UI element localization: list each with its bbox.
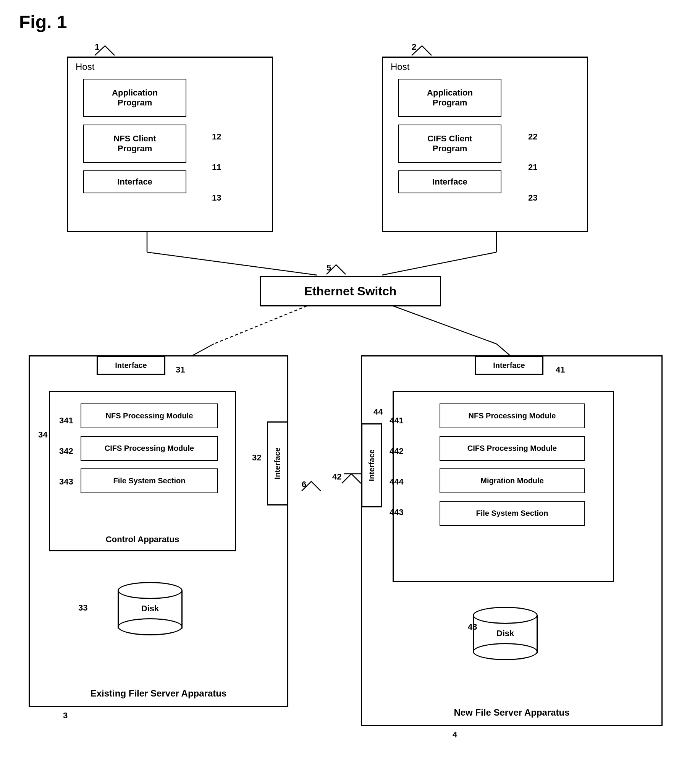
host1-client-program: NFS Client Program — [83, 125, 186, 163]
ref-341: 341 — [59, 416, 73, 426]
host2-label: Host — [391, 62, 409, 72]
host2-client-program: CIFS Client Program — [398, 125, 501, 163]
ref-32: 32 — [252, 453, 261, 463]
new-nfs-module: NFS Processing Module — [440, 403, 585, 428]
ref-2: 2 — [412, 42, 416, 52]
control-apparatus-label: Control Apparatus — [106, 535, 179, 544]
ref-34: 34 — [38, 430, 47, 440]
ref-31: 31 — [176, 365, 185, 375]
host2-app-program: Application Program — [398, 79, 501, 117]
ref-33: 33 — [78, 603, 87, 613]
new-migration-module: Migration Module — [440, 468, 585, 493]
ref-21: 21 — [528, 162, 537, 172]
host2-interface: Interface — [398, 170, 501, 193]
host1-app-program: Application Program — [83, 79, 186, 117]
ref-22: 22 — [528, 132, 537, 142]
existing-disk-label: Disk — [139, 603, 161, 614]
ref-3: 3 — [63, 711, 68, 721]
existing-filer-inner-box: NFS Processing Module CIFS Processing Mo… — [49, 391, 236, 551]
ref-5: 5 — [327, 263, 331, 273]
ref-41: 41 — [556, 365, 565, 375]
ref-23: 23 — [528, 193, 537, 203]
ref-343: 343 — [59, 477, 73, 487]
ref-42: 42 — [332, 472, 341, 482]
existing-filer-box: Interface Interface NFS Processing Modul… — [29, 355, 288, 707]
ref-6: 6 — [302, 480, 306, 489]
ref-444: 444 — [390, 477, 404, 487]
ref-441: 441 — [390, 416, 404, 426]
existing-nfs-module: NFS Processing Module — [81, 403, 218, 428]
existing-filer-label: Existing Filer Server Apparatus — [91, 688, 227, 699]
new-filer-top-interface: Interface — [475, 356, 543, 375]
existing-fs-section: File System Section — [81, 468, 218, 493]
new-disk: Disk — [473, 607, 538, 660]
new-cifs-module: CIFS Processing Module — [440, 436, 585, 461]
new-filer-box: Interface Interface NFS Processing Modul… — [361, 355, 663, 726]
host1-interface: Interface — [83, 170, 186, 193]
existing-filer-right-interface: Interface — [267, 421, 288, 505]
svg-line-4 — [214, 302, 317, 344]
new-filer-left-interface: Interface — [361, 423, 382, 507]
ethernet-switch: Ethernet Switch — [260, 276, 441, 306]
host2-box: Host Application Program CIFS Client Pro… — [382, 57, 588, 232]
ref-4: 4 — [453, 730, 457, 740]
new-fs-section: File System Section — [440, 501, 585, 526]
new-filer-label: New File Server Apparatus — [454, 707, 569, 718]
host1-box: Host Application Program NFS Client Prog… — [67, 57, 273, 232]
ref-43: 43 — [468, 622, 477, 632]
ref-13: 13 — [212, 193, 221, 203]
host1-label: Host — [76, 62, 94, 72]
ref-44: 44 — [373, 407, 383, 417]
new-disk-label: Disk — [494, 628, 516, 639]
ref-342: 342 — [59, 446, 73, 456]
ref-1: 1 — [95, 42, 99, 52]
existing-disk: Disk — [118, 582, 183, 635]
existing-cifs-module: CIFS Processing Module — [81, 436, 218, 461]
svg-line-3 — [382, 252, 496, 275]
svg-line-1 — [147, 252, 317, 275]
ref-12: 12 — [212, 132, 221, 142]
svg-line-6 — [382, 302, 496, 344]
ref-443: 443 — [390, 507, 404, 517]
new-filer-inner-box: NFS Processing Module CIFS Processing Mo… — [393, 391, 614, 582]
existing-filer-top-interface: Interface — [97, 356, 165, 375]
figure-title: Fig. 1 — [19, 11, 67, 32]
ref-442: 442 — [390, 446, 404, 456]
ref-11: 11 — [212, 162, 221, 172]
